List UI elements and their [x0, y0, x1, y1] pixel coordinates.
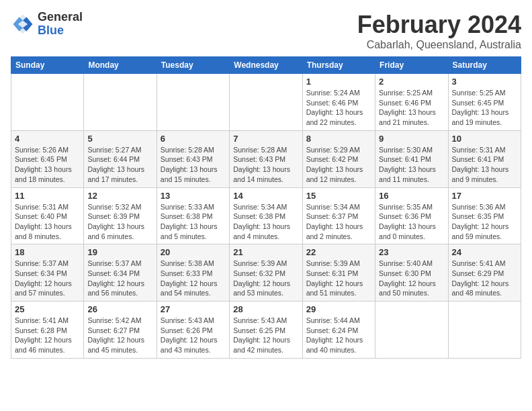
weekday-header-sunday: Sunday	[11, 57, 84, 74]
logo-blue-label: Blue	[38, 24, 83, 38]
day-info: Sunrise: 5:43 AM Sunset: 6:26 PM Dayligh…	[161, 316, 226, 355]
day-number: 5	[87, 134, 152, 144]
day-info: Sunrise: 5:26 AM Sunset: 6:45 PM Dayligh…	[15, 145, 80, 185]
day-number: 14	[233, 191, 298, 201]
title-area: February 2024 Cabarlah, Queensland, Aust…	[357, 11, 521, 51]
day-info: Sunrise: 5:34 AM Sunset: 6:38 PM Dayligh…	[233, 202, 298, 242]
calendar-cell: 9Sunrise: 5:30 AM Sunset: 6:41 PM Daylig…	[375, 130, 448, 187]
week-row-1: 1Sunrise: 5:24 AM Sunset: 6:46 PM Daylig…	[11, 74, 521, 131]
day-info: Sunrise: 5:31 AM Sunset: 6:40 PM Dayligh…	[15, 202, 80, 242]
day-info: Sunrise: 5:41 AM Sunset: 6:29 PM Dayligh…	[452, 259, 517, 298]
day-number: 25	[15, 304, 80, 314]
calendar-cell: 4Sunrise: 5:26 AM Sunset: 6:45 PM Daylig…	[11, 130, 84, 187]
calendar-cell	[230, 74, 302, 131]
calendar-cell: 6Sunrise: 5:28 AM Sunset: 6:43 PM Daylig…	[157, 130, 229, 187]
logo-text: General Blue	[38, 11, 83, 38]
calendar-cell: 21Sunrise: 5:39 AM Sunset: 6:32 PM Dayli…	[230, 244, 302, 302]
day-info: Sunrise: 5:33 AM Sunset: 6:38 PM Dayligh…	[161, 202, 226, 242]
calendar-cell: 1Sunrise: 5:24 AM Sunset: 6:46 PM Daylig…	[302, 74, 375, 131]
week-row-4: 18Sunrise: 5:37 AM Sunset: 6:34 PM Dayli…	[11, 244, 521, 302]
calendar-cell: 12Sunrise: 5:32 AM Sunset: 6:39 PM Dayli…	[84, 187, 157, 244]
day-number: 7	[233, 134, 298, 144]
calendar-cell: 17Sunrise: 5:36 AM Sunset: 6:35 PM Dayli…	[448, 187, 521, 244]
day-info: Sunrise: 5:41 AM Sunset: 6:28 PM Dayligh…	[15, 316, 80, 355]
day-number: 19	[87, 247, 152, 257]
calendar-cell: 27Sunrise: 5:43 AM Sunset: 6:26 PM Dayli…	[157, 302, 229, 359]
day-number: 20	[161, 247, 226, 257]
calendar-cell: 14Sunrise: 5:34 AM Sunset: 6:38 PM Dayli…	[230, 187, 302, 244]
day-number: 11	[15, 191, 80, 201]
calendar-table: SundayMondayTuesdayWednesdayThursdayFrid…	[11, 56, 521, 359]
day-number: 13	[161, 191, 226, 201]
logo: General Blue	[11, 11, 83, 38]
day-info: Sunrise: 5:43 AM Sunset: 6:25 PM Dayligh…	[233, 316, 298, 355]
calendar-cell	[84, 74, 157, 131]
day-number: 24	[452, 247, 517, 257]
week-row-3: 11Sunrise: 5:31 AM Sunset: 6:40 PM Dayli…	[11, 187, 521, 244]
calendar-cell: 26Sunrise: 5:42 AM Sunset: 6:27 PM Dayli…	[84, 302, 157, 359]
calendar-cell: 16Sunrise: 5:35 AM Sunset: 6:36 PM Dayli…	[375, 187, 448, 244]
day-info: Sunrise: 5:40 AM Sunset: 6:30 PM Dayligh…	[379, 259, 444, 298]
day-info: Sunrise: 5:28 AM Sunset: 6:43 PM Dayligh…	[161, 145, 226, 185]
calendar-cell	[157, 74, 229, 131]
day-number: 15	[306, 191, 371, 201]
day-info: Sunrise: 5:25 AM Sunset: 6:46 PM Dayligh…	[379, 88, 444, 128]
calendar-cell	[11, 74, 84, 131]
day-number: 1	[306, 77, 371, 87]
calendar-cell: 11Sunrise: 5:31 AM Sunset: 6:40 PM Dayli…	[11, 187, 84, 244]
calendar-cell: 5Sunrise: 5:27 AM Sunset: 6:44 PM Daylig…	[84, 130, 157, 187]
day-number: 28	[233, 304, 298, 314]
header: General Blue February 2024 Cabarlah, Que…	[11, 11, 521, 51]
calendar-body: 1Sunrise: 5:24 AM Sunset: 6:46 PM Daylig…	[11, 74, 521, 359]
day-info: Sunrise: 5:38 AM Sunset: 6:33 PM Dayligh…	[161, 259, 226, 298]
calendar-cell: 23Sunrise: 5:40 AM Sunset: 6:30 PM Dayli…	[375, 244, 448, 302]
day-info: Sunrise: 5:25 AM Sunset: 6:45 PM Dayligh…	[452, 88, 517, 128]
day-number: 16	[379, 191, 444, 201]
month-title: February 2024	[357, 11, 521, 39]
day-info: Sunrise: 5:35 AM Sunset: 6:36 PM Dayligh…	[379, 202, 444, 242]
day-number: 29	[306, 304, 371, 314]
day-number: 9	[379, 134, 444, 144]
location-title: Cabarlah, Queensland, Australia	[357, 39, 521, 51]
calendar-cell	[448, 302, 521, 359]
weekday-header-wednesday: Wednesday	[230, 57, 302, 74]
day-info: Sunrise: 5:42 AM Sunset: 6:27 PM Dayligh…	[87, 316, 152, 355]
day-info: Sunrise: 5:28 AM Sunset: 6:43 PM Dayligh…	[233, 145, 298, 185]
day-info: Sunrise: 5:34 AM Sunset: 6:37 PM Dayligh…	[306, 202, 371, 242]
calendar-cell: 7Sunrise: 5:28 AM Sunset: 6:43 PM Daylig…	[230, 130, 302, 187]
calendar-cell: 29Sunrise: 5:44 AM Sunset: 6:24 PM Dayli…	[302, 302, 375, 359]
calendar-cell: 3Sunrise: 5:25 AM Sunset: 6:45 PM Daylig…	[448, 74, 521, 131]
calendar-cell: 13Sunrise: 5:33 AM Sunset: 6:38 PM Dayli…	[157, 187, 229, 244]
day-info: Sunrise: 5:32 AM Sunset: 6:39 PM Dayligh…	[87, 202, 152, 242]
day-number: 27	[161, 304, 226, 314]
day-info: Sunrise: 5:27 AM Sunset: 6:44 PM Dayligh…	[87, 145, 152, 185]
logo-icon	[11, 12, 35, 36]
day-info: Sunrise: 5:31 AM Sunset: 6:41 PM Dayligh…	[452, 145, 517, 185]
weekday-header-saturday: Saturday	[448, 57, 521, 74]
calendar-cell: 22Sunrise: 5:39 AM Sunset: 6:31 PM Dayli…	[302, 244, 375, 302]
calendar-cell: 24Sunrise: 5:41 AM Sunset: 6:29 PM Dayli…	[448, 244, 521, 302]
calendar-cell: 25Sunrise: 5:41 AM Sunset: 6:28 PM Dayli…	[11, 302, 84, 359]
day-number: 10	[452, 134, 517, 144]
day-info: Sunrise: 5:44 AM Sunset: 6:24 PM Dayligh…	[306, 316, 371, 355]
day-number: 23	[379, 247, 444, 257]
day-number: 12	[87, 191, 152, 201]
calendar-header: SundayMondayTuesdayWednesdayThursdayFrid…	[11, 57, 521, 74]
calendar-cell: 18Sunrise: 5:37 AM Sunset: 6:34 PM Dayli…	[11, 244, 84, 302]
calendar-cell: 2Sunrise: 5:25 AM Sunset: 6:46 PM Daylig…	[375, 74, 448, 131]
day-info: Sunrise: 5:37 AM Sunset: 6:34 PM Dayligh…	[15, 259, 80, 298]
weekday-header-tuesday: Tuesday	[157, 57, 229, 74]
day-info: Sunrise: 5:36 AM Sunset: 6:35 PM Dayligh…	[452, 202, 517, 242]
day-number: 26	[87, 304, 152, 314]
week-row-2: 4Sunrise: 5:26 AM Sunset: 6:45 PM Daylig…	[11, 130, 521, 187]
day-number: 2	[379, 77, 444, 87]
day-number: 3	[452, 77, 517, 87]
day-number: 21	[233, 247, 298, 257]
calendar-cell: 28Sunrise: 5:43 AM Sunset: 6:25 PM Dayli…	[230, 302, 302, 359]
day-number: 17	[452, 191, 517, 201]
day-info: Sunrise: 5:37 AM Sunset: 6:34 PM Dayligh…	[87, 259, 152, 298]
day-info: Sunrise: 5:30 AM Sunset: 6:41 PM Dayligh…	[379, 145, 444, 185]
day-info: Sunrise: 5:39 AM Sunset: 6:31 PM Dayligh…	[306, 259, 371, 298]
calendar-cell	[375, 302, 448, 359]
weekday-header-row: SundayMondayTuesdayWednesdayThursdayFrid…	[11, 57, 521, 74]
